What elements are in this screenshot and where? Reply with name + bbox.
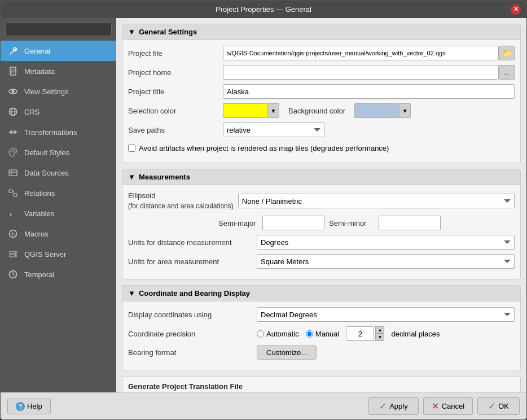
cancel-button[interactable]: ✕ Cancel xyxy=(423,397,473,415)
sidebar-label-macros: Macros xyxy=(24,230,49,238)
sidebar-item-general[interactable]: General xyxy=(1,41,116,61)
semi-minor-label: Semi-minor xyxy=(329,219,374,228)
sidebar-label-metadata: Metadata xyxy=(24,67,55,76)
manual-radio[interactable] xyxy=(306,330,313,338)
project-file-browse-button[interactable]: 📁 xyxy=(499,46,515,60)
display-coords-row: Display coordinates using Decimal Degree… xyxy=(128,307,515,322)
semi-minor-input[interactable] xyxy=(379,216,441,230)
sidebar-item-data-sources[interactable]: Data Sources xyxy=(1,163,116,183)
sidebar-item-relations[interactable]: Relations xyxy=(1,183,116,203)
display-coords-select[interactable]: Decimal Degrees Degrees, Minutes, Second… xyxy=(257,307,515,322)
automatic-radio-label[interactable]: Automatic xyxy=(257,330,299,338)
sidebar-item-metadata[interactable]: Metadata xyxy=(1,61,116,81)
svg-rect-12 xyxy=(9,170,17,176)
sidebar-item-variables[interactable]: ε Variables xyxy=(1,203,116,224)
sidebar-item-default-styles[interactable]: Default Styles xyxy=(1,142,116,163)
background-color-label: Background color xyxy=(288,107,345,115)
ok-button[interactable]: ✓ OK xyxy=(477,397,520,415)
avoid-artifacts-row: Avoid artifacts when project is rendered… xyxy=(128,142,515,155)
measurements-arrow: ▼ xyxy=(128,173,135,181)
window-title: Project Properties — General xyxy=(216,5,311,14)
table-icon xyxy=(7,167,19,178)
project-home-input[interactable] xyxy=(223,65,499,80)
macro-icon xyxy=(7,228,19,239)
semi-major-input[interactable] xyxy=(262,216,324,230)
selection-color-dropdown[interactable]: ▼ xyxy=(268,103,279,118)
translation-body: Generate Project Translation File Source… xyxy=(122,377,520,392)
selection-color-label: Selection color xyxy=(128,107,218,115)
precision-down-button[interactable]: ▼ xyxy=(375,334,384,341)
semi-row: Semi-major Semi-minor xyxy=(128,216,515,230)
project-home-input-group: ... xyxy=(223,65,515,80)
project-file-input[interactable] xyxy=(223,46,499,60)
measurements-title: Measurements xyxy=(139,173,190,181)
project-title-label: Project title xyxy=(128,88,218,96)
help-label: Help xyxy=(27,402,42,410)
automatic-radio[interactable] xyxy=(257,330,264,338)
sidebar-item-macros[interactable]: Macros xyxy=(1,224,116,244)
sidebar-item-temporal[interactable]: Temporal xyxy=(1,264,116,285)
palette-icon xyxy=(7,147,19,158)
area-select[interactable]: Square Meters Square Kilometers Acres xyxy=(257,254,515,269)
sidebar-label-view-settings: View Settings xyxy=(24,88,69,96)
selection-color-button[interactable] xyxy=(223,103,268,118)
manual-radio-label[interactable]: Manual xyxy=(306,330,340,338)
project-file-input-group: 📁 xyxy=(223,46,515,60)
project-home-browse-button[interactable]: ... xyxy=(499,65,515,80)
sidebar-item-view-settings[interactable]: View Settings xyxy=(1,81,116,102)
general-settings-header: ▼ General Settings xyxy=(122,24,520,40)
background-color-button[interactable] xyxy=(354,103,399,118)
svg-point-21 xyxy=(15,252,16,253)
coordinate-title: Coordinate and Bearing Display xyxy=(139,289,250,298)
sidebar-item-qgis-server[interactable]: QGIS Server xyxy=(1,244,116,264)
svg-text:ε: ε xyxy=(10,209,13,218)
general-settings-section: ▼ General Settings Project file 📁 P xyxy=(122,24,521,163)
avoid-artifacts-label: Avoid artifacts when project is rendered… xyxy=(139,144,389,152)
automatic-label: Automatic xyxy=(266,330,299,338)
search-input[interactable] xyxy=(5,23,112,36)
section-arrow: ▼ xyxy=(128,28,135,36)
display-coords-label: Display coordinates using xyxy=(128,310,252,319)
save-paths-row: Save paths relative absolute xyxy=(128,123,515,137)
sidebar-label-qgis-server: QGIS Server xyxy=(24,250,66,259)
decimal-places-label: decimal places xyxy=(391,330,440,338)
svg-rect-16 xyxy=(14,194,17,196)
variable-icon: ε xyxy=(7,208,19,219)
ellipsoid-select[interactable]: None / Planimetric xyxy=(238,194,515,208)
sidebar-item-transformations[interactable]: Transformations xyxy=(1,122,116,142)
sidebar-label-temporal: Temporal xyxy=(24,270,54,279)
coordinate-arrow: ▼ xyxy=(128,289,135,298)
sidebar-label-variables: Variables xyxy=(24,209,54,218)
apply-check-icon: ✓ xyxy=(379,401,387,412)
bearing-label: Bearing format xyxy=(128,348,252,357)
cancel-x-icon: ✕ xyxy=(432,401,439,412)
svg-point-10 xyxy=(12,150,14,151)
save-paths-label: Save paths xyxy=(128,126,218,134)
save-paths-select[interactable]: relative absolute xyxy=(223,123,324,137)
area-label: Units for area measurement xyxy=(128,257,252,266)
translation-section: Generate Project Translation File Source… xyxy=(122,376,521,392)
sidebar-item-crs[interactable]: CRS xyxy=(1,102,116,122)
manual-label: Manual xyxy=(315,330,340,338)
precision-value-input[interactable] xyxy=(346,326,374,341)
avoid-artifacts-checkbox[interactable] xyxy=(128,145,135,152)
ok-check-icon: ✓ xyxy=(488,401,495,412)
sidebar: General Metadata xyxy=(1,18,116,392)
distance-select[interactable]: Degrees Meters Kilometers xyxy=(257,235,515,250)
apply-button[interactable]: ✓ Apply xyxy=(368,397,419,415)
apply-label: Apply xyxy=(389,402,408,410)
svg-point-22 xyxy=(15,255,16,256)
measurements-header: ▼ Measurements xyxy=(122,169,520,185)
project-title-input[interactable] xyxy=(223,84,515,99)
help-button[interactable]: ? Help xyxy=(7,399,51,414)
background-color-dropdown[interactable]: ▼ xyxy=(399,103,411,118)
precision-up-button[interactable]: ▲ xyxy=(375,326,384,334)
bearing-customize-button[interactable]: Customize... xyxy=(257,345,317,360)
precision-radio-group: Automatic Manual ▲ ▼ xyxy=(257,326,440,341)
background-color-group: ▼ xyxy=(354,103,411,118)
sidebar-label-default-styles: Default Styles xyxy=(24,148,69,157)
measurements-body: Ellipsoid (for distance and area calcula… xyxy=(122,185,520,279)
close-button[interactable]: ✕ xyxy=(511,5,521,15)
general-settings-body: Project file 📁 Project home ... xyxy=(122,40,520,163)
sidebar-label-general: General xyxy=(24,47,50,55)
